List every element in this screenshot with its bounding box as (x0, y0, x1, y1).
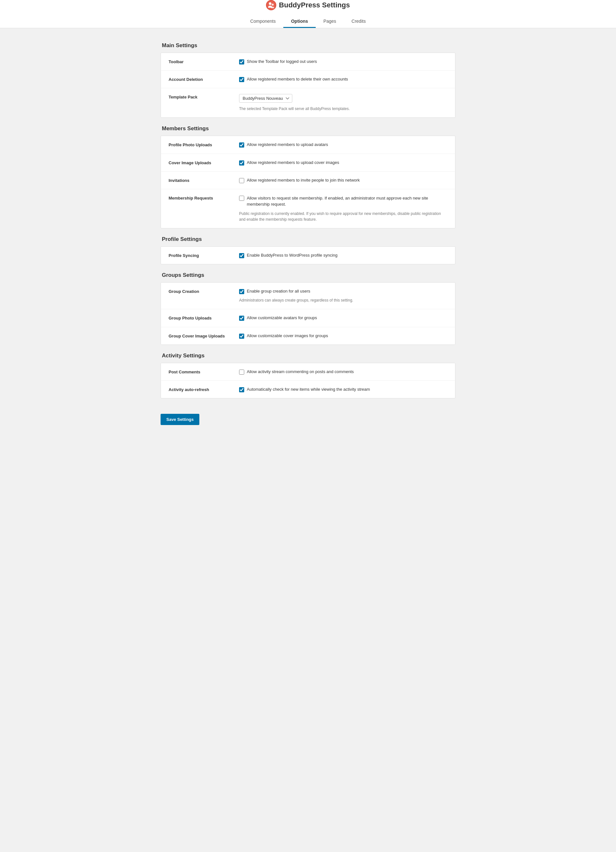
help-text-template-pack: The selected Template Pack will serve al… (239, 106, 447, 112)
settings-row-post-comments: Post CommentsAllow activity stream comme… (161, 363, 455, 381)
settings-label-group-cover-image-uploads: Group Cover Image Uploads (169, 333, 239, 338)
checkbox-group-cover-image-uploads[interactable] (239, 334, 244, 339)
help-text-membership-requests: Public registration is currently enabled… (239, 211, 447, 222)
settings-control-account-deletion: Allow registered members to delete their… (239, 76, 447, 82)
checkbox-label-profile-photo-uploads: Allow registered members to upload avata… (247, 142, 328, 148)
settings-row-profile-syncing: Profile SyncingEnable BuddyPress to Word… (161, 247, 455, 264)
checkbox-group-creation[interactable] (239, 289, 244, 294)
checkbox-label-group-photo-uploads: Allow customizable avatars for groups (247, 315, 317, 321)
select-template-pack[interactable]: BuddyPress NouveauBuddyPress Legacy (239, 94, 292, 103)
settings-label-account-deletion: Account Deletion (169, 76, 239, 82)
settings-control-activity-auto-refresh: Automatically check for new items while … (239, 387, 447, 392)
checkbox-row-group-creation: Enable group creation for all users (239, 289, 447, 294)
checkbox-group-photo-uploads[interactable] (239, 316, 244, 321)
save-settings-button[interactable]: Save Settings (161, 414, 199, 425)
settings-row-membership-requests: Membership RequestsAllow visitors to req… (161, 189, 455, 228)
checkbox-label-cover-image-uploads: Allow registered members to upload cover… (247, 160, 339, 166)
checkbox-label-post-comments: Allow activity stream commenting on post… (247, 369, 354, 375)
settings-control-cover-image-uploads: Allow registered members to upload cover… (239, 160, 447, 166)
settings-row-invitations: InvitationsAllow registered members to i… (161, 172, 455, 189)
settings-label-post-comments: Post Comments (169, 369, 239, 375)
checkbox-account-deletion[interactable] (239, 77, 244, 82)
settings-label-group-creation: Group Creation (169, 289, 239, 294)
nav-tab-options[interactable]: Options (283, 15, 316, 28)
svg-point-3 (272, 3, 274, 6)
checkbox-label-group-cover-image-uploads: Allow customizable cover images for grou… (247, 333, 328, 339)
checkbox-label-profile-syncing: Enable BuddyPress to WordPress profile s… (247, 252, 337, 258)
membership-text: Allow visitors to request site membershi… (247, 195, 447, 207)
settings-control-membership-requests: Allow visitors to request site membershi… (239, 195, 447, 222)
settings-row-group-photo-uploads: Group Photo UploadsAllow customizable av… (161, 309, 455, 327)
section-title-main-settings: Main Settings (161, 42, 455, 49)
section-title-activity-settings: Activity Settings (161, 352, 455, 359)
checkbox-label-activity-auto-refresh: Automatically check for new items while … (247, 387, 370, 392)
section-title-members-settings: Members Settings (161, 125, 455, 132)
membership-checkbox-row: Allow visitors to request site membershi… (239, 195, 447, 207)
settings-row-group-creation: Group CreationEnable group creation for … (161, 282, 455, 309)
settings-label-membership-requests: Membership Requests (169, 195, 239, 201)
settings-control-group-cover-image-uploads: Allow customizable cover images for grou… (239, 333, 447, 339)
page-title: BuddyPress Settings (161, 0, 455, 10)
checkbox-profile-photo-uploads[interactable] (239, 142, 244, 148)
settings-card-groups-settings: Group CreationEnable group creation for … (161, 282, 455, 345)
svg-point-2 (269, 2, 271, 5)
settings-control-toolbar: Show the Toolbar for logged out users (239, 59, 447, 65)
nav-tab-pages[interactable]: Pages (316, 15, 344, 28)
svg-point-1 (267, 1, 276, 10)
settings-card-activity-settings: Post CommentsAllow activity stream comme… (161, 363, 455, 399)
settings-card-profile-settings: Profile SyncingEnable BuddyPress to Word… (161, 246, 455, 264)
select-wrapper-template-pack: BuddyPress NouveauBuddyPress Legacy (239, 94, 447, 103)
checkbox-row-profile-syncing: Enable BuddyPress to WordPress profile s… (239, 252, 447, 258)
checkbox-row-group-photo-uploads: Allow customizable avatars for groups (239, 315, 447, 321)
settings-card-main-settings: ToolbarShow the Toolbar for logged out u… (161, 53, 455, 118)
settings-row-cover-image-uploads: Cover Image UploadsAllow registered memb… (161, 154, 455, 172)
settings-control-group-photo-uploads: Allow customizable avatars for groups (239, 315, 447, 321)
settings-row-template-pack: Template PackBuddyPress NouveauBuddyPres… (161, 88, 455, 118)
checkbox-profile-syncing[interactable] (239, 253, 244, 258)
checkbox-cover-image-uploads[interactable] (239, 160, 244, 166)
settings-label-profile-syncing: Profile Syncing (169, 252, 239, 258)
settings-row-profile-photo-uploads: Profile Photo UploadsAllow registered me… (161, 136, 455, 154)
checkbox-row-profile-photo-uploads: Allow registered members to upload avata… (239, 142, 447, 148)
settings-card-members-settings: Profile Photo UploadsAllow registered me… (161, 136, 455, 228)
checkbox-row-account-deletion: Allow registered members to delete their… (239, 76, 447, 82)
main-nav: ComponentsOptionsPagesCredits (161, 15, 455, 28)
checkbox-row-toolbar: Show the Toolbar for logged out users (239, 59, 447, 65)
checkbox-row-invitations: Allow registered members to invite peopl… (239, 177, 447, 183)
buddypress-logo-icon (266, 0, 276, 10)
checkbox-label-invitations: Allow registered members to invite peopl… (247, 177, 360, 183)
checkbox-post-comments[interactable] (239, 370, 244, 375)
nav-tab-credits[interactable]: Credits (344, 15, 374, 28)
settings-control-profile-photo-uploads: Allow registered members to upload avata… (239, 142, 447, 148)
section-title-groups-settings: Groups Settings (161, 272, 455, 278)
checkbox-toolbar[interactable] (239, 59, 244, 65)
settings-control-group-creation: Enable group creation for all usersAdmin… (239, 289, 447, 303)
settings-label-invitations: Invitations (169, 177, 239, 183)
checkbox-row-group-cover-image-uploads: Allow customizable cover images for grou… (239, 333, 447, 339)
settings-control-profile-syncing: Enable BuddyPress to WordPress profile s… (239, 252, 447, 258)
checkbox-membership-requests[interactable] (239, 196, 244, 201)
checkbox-label-group-creation: Enable group creation for all users (247, 289, 310, 294)
checkbox-label-toolbar: Show the Toolbar for logged out users (247, 59, 317, 65)
checkbox-activity-auto-refresh[interactable] (239, 387, 244, 392)
settings-label-profile-photo-uploads: Profile Photo Uploads (169, 142, 239, 147)
settings-row-account-deletion: Account DeletionAllow registered members… (161, 71, 455, 88)
settings-control-invitations: Allow registered members to invite peopl… (239, 177, 447, 183)
checkbox-row-activity-auto-refresh: Automatically check for new items while … (239, 387, 447, 392)
settings-row-group-cover-image-uploads: Group Cover Image UploadsAllow customiza… (161, 327, 455, 344)
section-title-profile-settings: Profile Settings (161, 236, 455, 243)
settings-label-activity-auto-refresh: Activity auto-refresh (169, 387, 239, 392)
settings-label-template-pack: Template Pack (169, 94, 239, 100)
checkbox-row-cover-image-uploads: Allow registered members to upload cover… (239, 160, 447, 166)
nav-tab-components[interactable]: Components (242, 15, 283, 28)
checkbox-row-post-comments: Allow activity stream commenting on post… (239, 369, 447, 375)
help-text-group-creation: Administrators can always create groups,… (239, 298, 447, 303)
settings-label-group-photo-uploads: Group Photo Uploads (169, 315, 239, 320)
settings-label-cover-image-uploads: Cover Image Uploads (169, 160, 239, 165)
checkbox-invitations[interactable] (239, 178, 244, 183)
settings-control-post-comments: Allow activity stream commenting on post… (239, 369, 447, 375)
checkbox-label-account-deletion: Allow registered members to delete their… (247, 76, 348, 82)
settings-row-toolbar: ToolbarShow the Toolbar for logged out u… (161, 53, 455, 71)
settings-row-activity-auto-refresh: Activity auto-refreshAutomatically check… (161, 381, 455, 398)
settings-label-toolbar: Toolbar (169, 59, 239, 64)
